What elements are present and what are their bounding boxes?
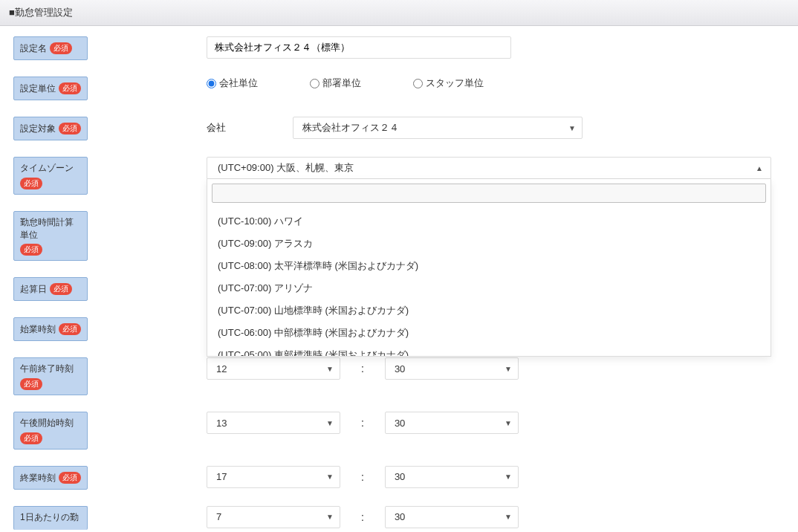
end-time-min-select[interactable]: 30 ▼ bbox=[385, 466, 519, 488]
field-am-end: 12 ▼ : 30 ▼ bbox=[207, 357, 785, 380]
field-pm-start: 13 ▼ : 30 ▼ bbox=[207, 412, 785, 434]
label-calc-unit: 勤怠時間計算単位 必須 bbox=[13, 211, 88, 262]
field-setting-unit: 会社単位 部署単位 スタッフ単位 bbox=[207, 77, 785, 90]
required-badge: 必須 bbox=[59, 123, 81, 134]
select-value: 30 bbox=[395, 471, 405, 482]
search-wrap bbox=[207, 179, 771, 207]
caret-down-icon: ▼ bbox=[326, 473, 334, 481]
row-am-end: 午前終了時刻 必須 12 ▼ : 30 ▼ bbox=[13, 357, 785, 395]
timezone-option[interactable]: (UTC-10:00) ハワイ bbox=[207, 210, 771, 233]
time-colon: : bbox=[361, 471, 364, 483]
label-end-time: 終業時刻 必須 bbox=[13, 466, 88, 490]
label-text: 1日あたりの勤 bbox=[20, 511, 79, 524]
caret-down-icon: ▼ bbox=[505, 365, 512, 373]
label-timezone: タイムゾーン 必須 bbox=[13, 157, 88, 195]
label-text: 設定名 bbox=[20, 42, 47, 55]
caret-down-icon: ▼ bbox=[505, 419, 512, 427]
select-value: 30 bbox=[395, 363, 405, 374]
field-per-day: 7 ▼ : 30 ▼ bbox=[207, 506, 785, 528]
radio-label: 会社単位 bbox=[219, 77, 258, 90]
end-time-hour-select[interactable]: 17 ▼ bbox=[207, 466, 340, 488]
timezone-option[interactable]: (UTC-08:00) 太平洋標準時 (米国およびカナダ) bbox=[207, 255, 771, 277]
radio-staff[interactable]: スタッフ単位 bbox=[413, 77, 484, 90]
select-value: (UTC+09:00) 大阪、札幌、東京 bbox=[218, 161, 354, 175]
timezone-select-head[interactable]: (UTC+09:00) 大阪、札幌、東京 ▲ bbox=[207, 157, 771, 179]
row-setting-unit: 設定単位 必須 会社単位 部署単位 スタッフ単位 bbox=[13, 77, 785, 100]
required-badge: 必須 bbox=[50, 42, 72, 54]
row-timezone: タイムゾーン 必須 (UTC+09:00) 大阪、札幌、東京 ▲ (UTC-10… bbox=[13, 157, 785, 195]
am-end-hour-select[interactable]: 12 ▼ bbox=[207, 357, 340, 380]
row-end-time: 終業時刻 必須 17 ▼ : 30 ▼ bbox=[13, 466, 785, 490]
time-colon: : bbox=[361, 417, 364, 429]
label-text: 午後開始時刻 bbox=[20, 417, 74, 429]
form-content: 設定名 必須 設定単位 必須 会社単位 部署単位 bbox=[0, 26, 798, 530]
row-pm-start: 午後開始時刻 必須 13 ▼ : 30 ▼ bbox=[13, 412, 785, 450]
label-text: タイムゾーン bbox=[20, 162, 74, 175]
pm-start-hour-select[interactable]: 13 ▼ bbox=[207, 412, 340, 434]
timezone-dropdown-panel: (UTC-10:00) ハワイ (UTC-09:00) アラスカ (UTC-08… bbox=[207, 179, 771, 357]
select-value: 株式会社オフィス２４ bbox=[302, 121, 399, 134]
radio-staff-input[interactable] bbox=[413, 79, 423, 88]
radio-company-input[interactable] bbox=[207, 79, 216, 88]
field-setting-name bbox=[207, 36, 785, 59]
caret-down-icon: ▼ bbox=[326, 513, 334, 521]
timezone-option[interactable]: (UTC-06:00) 中部標準時 (米国およびカナダ) bbox=[207, 322, 771, 344]
label-text: 起算日 bbox=[20, 283, 47, 296]
setting-name-input[interactable] bbox=[207, 36, 511, 59]
required-badge: 必須 bbox=[20, 432, 42, 444]
label-text: 始業時刻 bbox=[20, 323, 56, 336]
select-value: 17 bbox=[216, 471, 227, 482]
radio-label: スタッフ単位 bbox=[426, 77, 484, 90]
select-value: 30 bbox=[395, 511, 405, 522]
pm-start-min-select[interactable]: 30 ▼ bbox=[385, 412, 519, 434]
label-text: 終業時刻 bbox=[20, 472, 56, 484]
field-timezone: (UTC+09:00) 大阪、札幌、東京 ▲ (UTC-10:00) ハワイ (… bbox=[207, 157, 785, 179]
timezone-combobox: (UTC+09:00) 大阪、札幌、東京 ▲ (UTC-10:00) ハワイ (… bbox=[207, 157, 771, 179]
unit-radio-group: 会社単位 部署単位 スタッフ単位 bbox=[207, 77, 484, 90]
field-setting-target: 会社 株式会社オフィス２４ ▼ bbox=[207, 117, 785, 139]
required-badge: 必須 bbox=[50, 283, 72, 295]
label-text: 設定単位 bbox=[20, 82, 56, 95]
caret-up-icon: ▲ bbox=[756, 164, 763, 172]
required-badge: 必須 bbox=[20, 178, 42, 189]
caret-down-icon: ▼ bbox=[505, 513, 512, 521]
timezone-option[interactable]: (UTC-05:00) 東部標準時 (米国およびカナダ) bbox=[207, 344, 771, 356]
field-end-time: 17 ▼ : 30 ▼ bbox=[207, 466, 785, 488]
label-start-time: 始業時刻 必須 bbox=[13, 317, 88, 341]
required-badge: 必須 bbox=[59, 323, 81, 335]
label-pm-start: 午後開始時刻 必須 bbox=[13, 412, 88, 450]
target-select[interactable]: 株式会社オフィス２４ ▼ bbox=[293, 117, 583, 139]
page-header: ■勤怠管理設定 bbox=[0, 0, 798, 26]
time-colon: : bbox=[361, 363, 364, 374]
label-am-end: 午前終了時刻 必須 bbox=[13, 357, 88, 395]
required-badge: 必須 bbox=[20, 378, 42, 390]
select-value: 30 bbox=[395, 418, 405, 429]
timezone-option[interactable]: (UTC-07:00) 山地標準時 (米国およびカナダ) bbox=[207, 299, 771, 322]
select-value: 12 bbox=[216, 363, 227, 374]
radio-company[interactable]: 会社単位 bbox=[207, 77, 258, 90]
timezone-option[interactable]: (UTC-09:00) アラスカ bbox=[207, 233, 771, 255]
page-title: ■勤怠管理設定 bbox=[9, 7, 73, 18]
row-setting-name: 設定名 必須 bbox=[13, 36, 785, 60]
target-type-label: 会社 bbox=[207, 121, 226, 134]
timezone-option[interactable]: (UTC-07:00) アリゾナ bbox=[207, 277, 771, 299]
select-value: 13 bbox=[216, 418, 227, 429]
am-end-min-select[interactable]: 30 ▼ bbox=[385, 357, 519, 380]
row-per-day: 1日あたりの勤 7 ▼ : 30 ▼ bbox=[13, 506, 785, 530]
caret-down-icon: ▼ bbox=[326, 365, 334, 373]
per-day-min-select[interactable]: 30 ▼ bbox=[385, 506, 519, 528]
label-start-day: 起算日 必須 bbox=[13, 277, 88, 301]
radio-department[interactable]: 部署単位 bbox=[310, 77, 361, 90]
radio-department-input[interactable] bbox=[310, 79, 319, 88]
caret-down-icon: ▼ bbox=[505, 473, 512, 481]
label-per-day: 1日あたりの勤 bbox=[13, 506, 88, 530]
radio-label: 部署単位 bbox=[322, 77, 361, 90]
required-badge: 必須 bbox=[20, 244, 42, 256]
label-setting-name: 設定名 必須 bbox=[13, 36, 88, 60]
per-day-hour-select[interactable]: 7 ▼ bbox=[207, 506, 340, 528]
required-badge: 必須 bbox=[59, 472, 81, 484]
label-text: 勤怠時間計算単位 bbox=[20, 216, 81, 241]
timezone-option-list[interactable]: (UTC-10:00) ハワイ (UTC-09:00) アラスカ (UTC-08… bbox=[207, 207, 771, 356]
timezone-search-input[interactable] bbox=[212, 184, 766, 203]
caret-down-icon: ▼ bbox=[568, 124, 576, 132]
